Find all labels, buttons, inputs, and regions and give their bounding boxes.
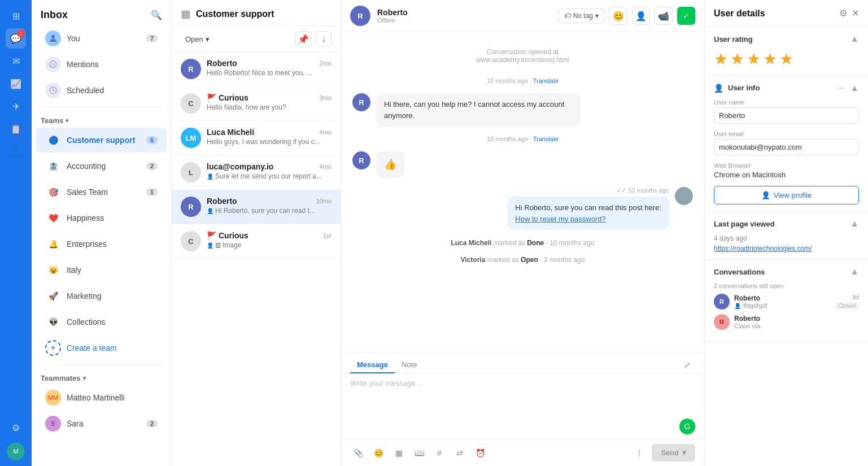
nav-users[interactable]: 👤 — [6, 141, 26, 162]
create-team-button[interactable]: + Create a team — [36, 336, 167, 360]
conv-item[interactable]: LM Luca Micheli 4mo Hello guys, I was wo… — [172, 121, 341, 155]
chat-input[interactable]: Write your message... — [341, 373, 704, 419]
sidebar-item-customer-support[interactable]: 🔵 Customer support 6 — [36, 128, 167, 153]
rp-close-icon[interactable]: ✕ — [852, 8, 859, 19]
star-2[interactable]: ★ — [730, 50, 744, 68]
view-profile-button[interactable]: 👤 View profile — [714, 186, 859, 204]
nav-home[interactable]: ⊞ — [6, 6, 26, 26]
rp-email-field: User email — [714, 130, 859, 155]
nav-send[interactable]: ✈ — [6, 96, 26, 116]
tab-note[interactable]: Note — [395, 357, 424, 373]
username-label: User name — [714, 99, 859, 106]
emoji-button[interactable]: 😊 — [609, 7, 627, 25]
nav-trends[interactable]: 📈 — [6, 73, 26, 94]
conv-msg: Hello guys, I was wondering if you c... — [207, 138, 332, 146]
star-1[interactable]: ★ — [714, 50, 728, 68]
send-button[interactable]: Send ▾ — [652, 444, 695, 461]
tag-button[interactable]: 🏷 No tag ▾ — [558, 8, 605, 23]
tab-message[interactable]: Message — [350, 357, 395, 373]
conv-time: 3mo — [320, 94, 332, 101]
teams-section-label[interactable]: Teams ▾ — [32, 111, 171, 127]
sidebar-item-italy[interactable]: 😺 Italy — [36, 258, 167, 282]
sidebar-item-enterprises[interactable]: 🔔 Enterprises — [36, 232, 167, 256]
conv-sort-down[interactable]: ↓ — [316, 31, 332, 47]
sidebar-item-sara[interactable]: S Sara 2 — [36, 411, 167, 436]
translate-link-1[interactable]: Translate — [533, 77, 559, 84]
msg-content-2: 👍 — [376, 151, 404, 178]
gif-icon[interactable]: ▦ — [391, 445, 407, 461]
conv-item-active[interactable]: R Roberto 10mo 👤 Hi Roberto, sure you ca… — [172, 190, 341, 224]
chat-header-actions: 🏷 No tag ▾ 😊 👤 📹 ✓ — [558, 7, 695, 25]
collections-icon: 👽 — [45, 314, 61, 330]
star-5[interactable]: ★ — [779, 50, 793, 68]
teammates-section-label[interactable]: Teammates ▾ — [32, 368, 171, 385]
sidebar-header: Inbox 🔍 — [32, 0, 171, 25]
last-page-url[interactable]: https://roadtriptechnologies.com/ — [714, 245, 859, 252]
chat-event-open: Victoria marked as Open · 3 months ago — [352, 256, 693, 264]
conv-list-layout-icon: ▦ — [181, 8, 190, 20]
user-add-button[interactable]: 👤 — [632, 7, 650, 25]
rp-section-collapse-icon[interactable]: ▲ — [850, 34, 859, 44]
inbox-badge: 1 — [17, 29, 25, 37]
translate-icon[interactable]: ⇄ — [452, 445, 468, 461]
star-4[interactable]: ★ — [763, 50, 777, 68]
conv-avatar: R — [181, 197, 201, 217]
more-icon[interactable]: ⋮ — [631, 445, 647, 461]
sidebar-item-sales-team[interactable]: 🎯 Sales Team 1 — [36, 180, 167, 204]
user-info-more-icon[interactable]: ⋯ — [836, 82, 845, 93]
conv-avatar: C — [181, 93, 201, 114]
nav-settings[interactable]: ⚙ — [6, 417, 26, 438]
msg-avatar-2: R — [352, 151, 370, 169]
rp-conv-item-2[interactable]: R Roberto Ciaoo oia — [714, 314, 859, 330]
last-page-date: 4 days ago — [714, 234, 859, 242]
emoji-toolbar-icon[interactable]: 😊 — [370, 445, 386, 461]
rp-settings-icon[interactable]: ⚙ — [839, 8, 847, 19]
expand-icon[interactable]: ⤢ — [679, 357, 695, 373]
sidebar-item-scheduled[interactable]: Scheduled — [36, 78, 167, 103]
sidebar-item-collections[interactable]: 👽 Collections — [36, 310, 167, 334]
user-info-collapse-icon[interactable]: ▲ — [850, 83, 859, 93]
conv-msg: Hello Nadia, how are you? — [207, 103, 332, 111]
input-placeholder: Write your message... — [350, 379, 421, 387]
conv-sort-pin[interactable]: 📌 — [295, 31, 311, 47]
star-3[interactable]: ★ — [747, 50, 761, 68]
conv-item[interactable]: R Roberto 2mo Hello Roberto! Nice to mee… — [172, 52, 341, 86]
video-button[interactable]: 📹 — [655, 7, 673, 25]
conv-item[interactable]: L luca@company.io 4mo 👤 Sure let me send… — [172, 155, 341, 190]
sidebar-item-you[interactable]: You 7 — [36, 26, 167, 51]
rp-user-info-title: User info — [728, 84, 760, 92]
hashtag-icon[interactable]: # — [431, 445, 447, 461]
rp-conv-item-1[interactable]: R Roberto 👤 ffdgdfgdf 3d Closed — [714, 294, 859, 310]
reset-password-link[interactable]: How to reset my password? — [515, 215, 605, 223]
nav-reports[interactable]: 📋 — [6, 119, 26, 139]
nav-avatar[interactable]: M — [7, 442, 25, 460]
sidebar-search-icon[interactable]: 🔍 — [151, 10, 162, 20]
translate-link-2[interactable]: Translate — [533, 136, 559, 142]
grammarly-icon[interactable]: G — [679, 419, 695, 434]
sidebar-item-accounting[interactable]: 🏦 Accounting 2 — [36, 154, 167, 178]
you-count: 7 — [146, 34, 158, 42]
article-icon[interactable]: 📖 — [411, 445, 427, 461]
sidebar-item-mentions[interactable]: @ Mentions — [36, 52, 167, 77]
username-input[interactable] — [714, 107, 859, 124]
sidebar-item-marketing[interactable]: 🚀 Marketing — [36, 284, 167, 308]
email-input[interactable] — [714, 139, 859, 155]
conv-item[interactable]: C 🚩 Curious 3mo Hello Nadia, how are you… — [172, 86, 341, 121]
conversations-collapse-icon[interactable]: ▲ — [850, 267, 859, 277]
rp-last-page-title: Last page viewed — [714, 220, 775, 228]
nav-inbox[interactable]: 💬 1 — [6, 28, 26, 49]
conv-filter-open[interactable]: Open ▾ — [181, 33, 214, 46]
timer-icon[interactable]: ⏰ — [472, 445, 488, 461]
nav-mail[interactable]: ✉ — [6, 51, 26, 71]
sidebar-item-matteo[interactable]: MM Matteo Martinelli — [36, 385, 167, 410]
msg-group-2: R 👍 — [352, 151, 693, 178]
attachment-icon[interactable]: 📎 — [350, 445, 366, 461]
resolve-button[interactable]: ✓ — [677, 7, 695, 25]
conv-msg: 👤 Hi Roberto, sure you can read t... — [207, 207, 332, 215]
sidebar-item-happiness[interactable]: ❤️ Happiness — [36, 206, 167, 230]
collections-label: Collections — [67, 317, 158, 326]
italy-label: Italy — [67, 265, 158, 275]
italy-icon: 😺 — [45, 262, 61, 278]
conv-item[interactable]: C 🚩 Curious 1yr 👤 🖼 Image — [172, 224, 341, 259]
last-page-collapse-icon[interactable]: ▲ — [850, 219, 859, 229]
